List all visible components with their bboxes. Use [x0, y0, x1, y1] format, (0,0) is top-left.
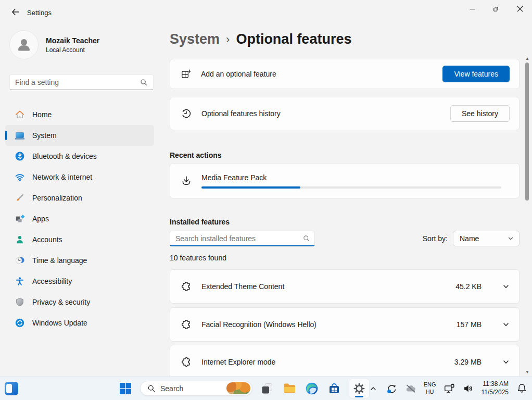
sidebar-item-accounts[interactable]: Accounts: [5, 229, 154, 250]
sort-value: Name: [460, 234, 479, 243]
feature-row-extended-theme-content[interactable]: Extended Theme Content 45.2 KB: [170, 269, 520, 304]
file-explorer-button[interactable]: [282, 381, 297, 396]
show-hidden-icons-button[interactable]: [368, 381, 378, 396]
add-optional-feature-card: Add an optional feature View features: [170, 59, 520, 89]
paintbrush-icon: [15, 193, 25, 203]
scrollbar-thumb[interactable]: [525, 63, 529, 201]
sidebar: Mozaik Teacher Local Account Home System…: [0, 21, 161, 376]
clock-tray[interactable]: 11:38 AM 11/5/2025: [482, 380, 509, 396]
sidebar-item-home[interactable]: Home: [5, 104, 154, 125]
minimize-button[interactable]: [460, 0, 484, 18]
sidebar-item-system[interactable]: System: [5, 125, 154, 146]
search-icon: [147, 384, 156, 393]
user-name: Mozaik Teacher: [46, 36, 99, 45]
system-icon: [15, 130, 25, 141]
sort-dropdown[interactable]: Name: [453, 231, 520, 246]
widgets-button[interactable]: [4, 381, 19, 396]
settings-app-button[interactable]: [349, 379, 370, 398]
sidebar-item-network-internet[interactable]: Network & internet: [5, 167, 154, 188]
edge-icon: [305, 382, 319, 395]
sidebar-item-accessibility[interactable]: Accessibility: [5, 271, 154, 292]
person-icon: [15, 234, 25, 245]
apps-icon: [15, 214, 25, 224]
chevron-down-icon[interactable]: [502, 321, 510, 328]
edge-browser-button[interactable]: [304, 381, 320, 396]
volume-tray-button[interactable]: [462, 381, 475, 396]
features-history-card: Optional features history See history: [170, 97, 520, 130]
page-title: Optional features: [236, 31, 351, 47]
download-icon: [181, 175, 192, 186]
task-view-button[interactable]: [259, 381, 275, 396]
clock-date: 11/5/2025: [482, 389, 509, 397]
notifications-button[interactable]: [515, 381, 528, 396]
download-progress-track: [201, 186, 501, 189]
speaker-icon: [463, 383, 474, 394]
sidebar-item-label: Network & internet: [32, 173, 92, 181]
sidebar-item-privacy-security[interactable]: Privacy & security: [5, 292, 154, 312]
user-account[interactable]: Mozaik Teacher Local Account: [9, 30, 99, 59]
sidebar-item-label: Accessibility: [32, 277, 72, 285]
vertical-scrollbar: ▲ ▼: [524, 55, 531, 375]
back-button[interactable]: [6, 5, 24, 19]
search-highlight-thumbnail[interactable]: [226, 382, 250, 394]
installed-search-input[interactable]: [175, 234, 302, 243]
microsoft-store-button[interactable]: [326, 381, 342, 396]
sync-status-button[interactable]: [385, 381, 398, 396]
scroll-down-arrow[interactable]: ▼: [524, 369, 531, 375]
clock-globe-icon: [15, 255, 25, 266]
chevron-down-icon[interactable]: [502, 283, 510, 290]
recent-actions-heading: Recent actions: [170, 151, 222, 159]
cloud-slash-icon: [405, 383, 416, 394]
feature-row-facial-recognition[interactable]: Facial Recognition (Windows Hello) 157 M…: [170, 307, 520, 342]
sidebar-item-personalization[interactable]: Personalization: [5, 188, 154, 208]
language-switcher[interactable]: ENG HU: [424, 381, 436, 395]
sidebar-item-label: Apps: [32, 215, 49, 223]
sidebar-item-windows-update[interactable]: Windows Update: [5, 312, 154, 333]
sync-arrows-icon: [386, 383, 397, 394]
feature-row-internet-explorer-mode[interactable]: Internet Explorer mode 3.29 MB: [170, 345, 520, 376]
home-icon: [15, 109, 25, 120]
recent-item-name: Media Feature Pack: [201, 173, 510, 182]
sidebar-item-time-language[interactable]: Time & language: [5, 250, 154, 271]
onedrive-status-button[interactable]: [404, 381, 417, 396]
sidebar-item-bluetooth-devices[interactable]: Bluetooth & devices: [5, 146, 154, 167]
add-feature-label: Add an optional feature: [201, 70, 433, 78]
feature-name: Facial Recognition (Windows Hello): [201, 320, 447, 329]
breadcrumb-system[interactable]: System: [170, 31, 220, 47]
breadcrumb: System › Optional features: [170, 31, 351, 47]
taskbar-search-box[interactable]: Search: [140, 381, 252, 396]
close-button[interactable]: [508, 0, 532, 18]
wifi-icon: [15, 172, 25, 182]
folder-icon: [283, 381, 297, 395]
sort-by-label: Sort by:: [423, 234, 448, 243]
installed-search-box[interactable]: [170, 231, 315, 246]
sidebar-item-apps[interactable]: Apps: [5, 208, 154, 229]
restore-icon: [493, 6, 499, 12]
view-features-button[interactable]: View features: [442, 66, 510, 82]
sidebar-item-label: System: [32, 131, 57, 140]
results-count: 10 features found: [170, 254, 226, 262]
minimize-icon: [470, 6, 475, 12]
sidebar-item-label: Accounts: [32, 235, 62, 244]
settings-search-box[interactable]: [9, 74, 154, 90]
download-progress-fill: [201, 186, 300, 189]
puzzle-icon: [181, 356, 192, 368]
restore-button[interactable]: [484, 0, 508, 18]
bell-icon: [516, 383, 527, 394]
clock-time: 11:38 AM: [482, 380, 509, 389]
chevron-up-icon: [370, 385, 377, 392]
see-history-button[interactable]: See history: [450, 105, 510, 122]
feature-size: 45.2 KB: [455, 282, 482, 291]
puzzle-icon: [181, 281, 192, 292]
sidebar-item-label: Personalization: [32, 194, 82, 202]
feature-size: 157 MB: [457, 320, 482, 329]
network-tray-button[interactable]: [443, 381, 455, 396]
settings-search-input[interactable]: [15, 78, 140, 86]
chevron-down-icon[interactable]: [502, 358, 510, 366]
feature-name: Extended Theme Content: [201, 282, 446, 291]
history-clock-icon: [181, 108, 192, 119]
window-title: Settings: [27, 9, 52, 17]
history-label: Optional features history: [201, 109, 441, 118]
scroll-up-arrow[interactable]: ▲: [524, 55, 531, 61]
start-button[interactable]: [118, 381, 133, 396]
